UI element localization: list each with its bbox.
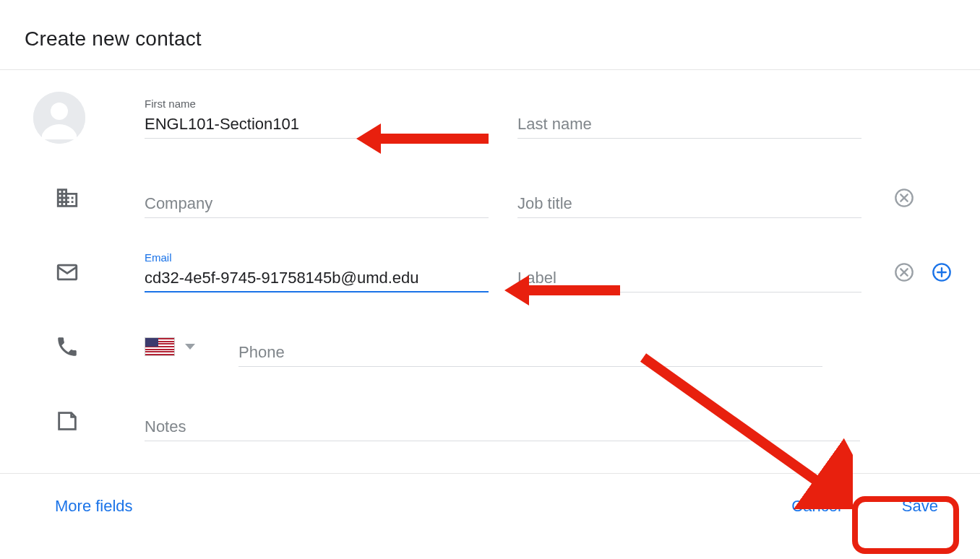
company-row	[0, 177, 973, 218]
email-field[interactable]: Email	[145, 251, 489, 292]
page-title: Create new contact	[0, 0, 980, 69]
add-email-button[interactable]	[931, 261, 953, 283]
footer-bar: More fields Cancel Save	[0, 474, 980, 539]
phone-icon	[55, 334, 79, 359]
notes-input[interactable]	[145, 413, 860, 441]
phone-row	[0, 326, 973, 367]
first-name-field[interactable]: First name	[145, 98, 489, 139]
company-field[interactable]	[145, 177, 489, 218]
email-icon	[55, 260, 79, 285]
close-circle-icon	[894, 188, 914, 208]
notes-row	[0, 400, 973, 441]
job-title-field[interactable]	[517, 177, 861, 218]
note-icon	[55, 409, 79, 433]
avatar-col	[0, 92, 145, 144]
svg-point-1	[51, 103, 68, 120]
avatar-placeholder[interactable]	[33, 92, 85, 144]
first-name-label: First name	[145, 98, 196, 110]
job-title-input[interactable]	[517, 190, 861, 218]
clear-company-button[interactable]	[893, 187, 915, 209]
clear-email-button[interactable]	[893, 261, 915, 283]
last-name-field[interactable]	[517, 98, 861, 139]
us-flag-icon	[145, 337, 175, 356]
email-label: Email	[145, 251, 172, 264]
contact-form: First name	[0, 70, 980, 473]
annotation-arrow	[525, 285, 620, 295]
company-input[interactable]	[145, 190, 489, 218]
last-name-input[interactable]	[517, 110, 861, 139]
phone-field[interactable]	[238, 326, 846, 367]
company-icon	[55, 186, 79, 210]
country-code-selector[interactable]	[145, 337, 195, 356]
plus-circle-icon	[932, 262, 952, 282]
email-row: Email	[0, 251, 973, 292]
annotation-arrow	[377, 134, 489, 144]
more-fields-button[interactable]: More fields	[55, 497, 133, 516]
phone-input[interactable]	[238, 339, 822, 367]
cancel-button[interactable]: Cancel	[775, 490, 856, 523]
notes-field[interactable]	[145, 400, 860, 441]
email-input[interactable]	[145, 264, 489, 292]
person-icon	[33, 92, 85, 144]
chevron-down-icon	[185, 344, 195, 350]
close-circle-icon	[894, 262, 914, 282]
save-button[interactable]: Save	[886, 490, 954, 523]
